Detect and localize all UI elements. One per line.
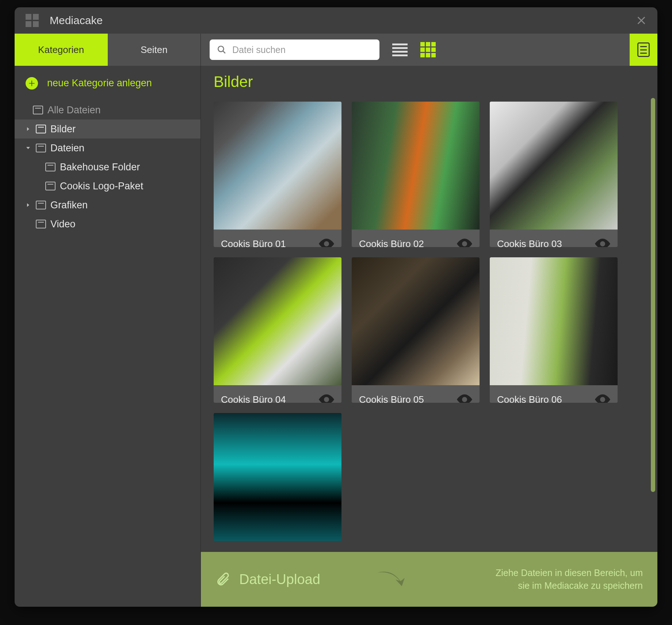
app-grid-icon[interactable] bbox=[26, 14, 39, 27]
eye-icon[interactable] bbox=[457, 239, 472, 247]
category-tree: Alle Dateien Bilder Dateien Bakehouse Fo… bbox=[15, 101, 201, 234]
chevron-right-icon[interactable] bbox=[25, 202, 31, 208]
curved-arrow-icon bbox=[375, 571, 408, 588]
media-card[interactable]: Cookis Büro 04 bbox=[214, 257, 341, 403]
tree-all-files[interactable]: Alle Dateien bbox=[15, 101, 201, 120]
caption: Cookis Büro 03 bbox=[490, 230, 618, 247]
gallery[interactable]: Cookis Büro 01 Cookis Büro 02 bbox=[201, 94, 657, 607]
sidebar-tabs: Kategorien Seiten bbox=[15, 34, 201, 66]
media-card[interactable]: Cookis Büro 02 bbox=[352, 102, 480, 247]
new-category-label: neue Kategorie anlegen bbox=[47, 77, 152, 89]
thumbnail bbox=[352, 102, 480, 230]
toolbar bbox=[201, 34, 657, 66]
new-category-button[interactable]: neue Kategorie anlegen bbox=[15, 66, 201, 101]
eye-icon[interactable] bbox=[319, 394, 334, 403]
card-title: Cookis Büro 05 bbox=[359, 394, 424, 403]
app-window: Mediacake Kategorien Seiten neue Kategor… bbox=[15, 7, 657, 607]
thumbnail bbox=[214, 102, 341, 230]
tree-item-dateien[interactable]: Dateien bbox=[15, 139, 201, 158]
tree-item-video[interactable]: Video bbox=[15, 215, 201, 234]
document-icon bbox=[637, 42, 650, 57]
eye-icon[interactable] bbox=[595, 394, 610, 403]
folder-icon bbox=[45, 182, 56, 190]
tree-label: Alle Dateien bbox=[47, 105, 101, 116]
titlebar: Mediacake bbox=[15, 7, 657, 34]
folder-icon bbox=[36, 201, 46, 209]
chevron-right-icon[interactable] bbox=[25, 126, 31, 132]
card-title: Cookis Büro 03 bbox=[497, 238, 562, 247]
media-card[interactable]: Cookis Büro 06 bbox=[490, 257, 618, 403]
chevron-down-icon[interactable] bbox=[25, 145, 31, 151]
tab-categories[interactable]: Kategorien bbox=[15, 34, 108, 66]
thumbnail bbox=[490, 257, 618, 385]
folder-icon bbox=[33, 106, 43, 114]
paperclip-icon bbox=[215, 572, 230, 587]
close-icon[interactable] bbox=[636, 15, 646, 26]
folder-icon bbox=[36, 125, 46, 133]
grid-icon bbox=[420, 42, 436, 57]
sidebar: Kategorien Seiten neue Kategorie anlegen… bbox=[15, 34, 201, 607]
tree-label: Video bbox=[50, 219, 76, 230]
eye-icon[interactable] bbox=[457, 394, 472, 403]
caption: Cookis Büro 06 bbox=[490, 385, 618, 403]
caption: Cookis Büro 02 bbox=[352, 230, 480, 247]
page-title: Bilder bbox=[214, 73, 645, 91]
search-icon bbox=[217, 45, 226, 54]
list-view-button[interactable] bbox=[392, 43, 408, 56]
detail-panel-button[interactable] bbox=[630, 34, 657, 66]
search-input[interactable] bbox=[232, 44, 372, 56]
tab-pages[interactable]: Seiten bbox=[108, 34, 201, 66]
caption: Cookis Büro 04 bbox=[214, 385, 341, 403]
grid-view-button[interactable] bbox=[420, 42, 436, 57]
search-box[interactable] bbox=[210, 39, 379, 60]
svg-point-2 bbox=[218, 46, 224, 52]
content-header: Bilder bbox=[201, 66, 657, 94]
tree-item-bakehouse[interactable]: Bakehouse Folder bbox=[15, 158, 201, 177]
app-title: Mediacake bbox=[50, 14, 103, 27]
main-area: Bilder Cookis Büro 01 Cookis Büro 0 bbox=[201, 34, 657, 607]
tree-label: Bakehouse Folder bbox=[60, 162, 140, 173]
tree-item-grafiken[interactable]: Grafiken bbox=[15, 196, 201, 215]
media-card[interactable]: Cookis Büro 01 bbox=[214, 102, 341, 247]
list-icon bbox=[392, 43, 408, 56]
thumbnail bbox=[490, 102, 618, 230]
upload-description: Ziehe Dateien in diesen Bereich, um sie … bbox=[496, 567, 643, 592]
upload-label: Datei-Upload bbox=[239, 572, 320, 587]
scrollbar[interactable] bbox=[651, 98, 655, 603]
tree-label: Bilder bbox=[50, 124, 76, 135]
thumbnail bbox=[214, 257, 341, 385]
titlebar-left: Mediacake bbox=[26, 14, 103, 27]
media-card[interactable]: Cookis Büro 05 bbox=[352, 257, 480, 403]
tree-item-logopaket[interactable]: Cookis Logo-Paket bbox=[15, 177, 201, 196]
folder-icon bbox=[36, 144, 46, 152]
eye-icon[interactable] bbox=[319, 239, 334, 247]
folder-icon bbox=[45, 163, 56, 171]
folder-icon bbox=[36, 220, 46, 228]
card-title: Cookis Büro 04 bbox=[221, 394, 286, 403]
svg-line-3 bbox=[223, 51, 225, 53]
media-card[interactable] bbox=[214, 413, 341, 541]
plus-icon bbox=[26, 77, 38, 90]
card-title: Cookis Büro 02 bbox=[359, 238, 424, 247]
tree-label: Dateien bbox=[50, 143, 84, 154]
caption: Cookis Büro 05 bbox=[352, 385, 480, 403]
card-title: Cookis Büro 01 bbox=[221, 238, 286, 247]
tree-label: Cookis Logo-Paket bbox=[60, 181, 143, 192]
tree-item-bilder[interactable]: Bilder bbox=[15, 120, 201, 139]
thumbnail bbox=[214, 413, 341, 541]
card-title: Cookis Büro 06 bbox=[497, 394, 562, 403]
thumbnail bbox=[352, 257, 480, 385]
media-card[interactable]: Cookis Büro 03 bbox=[490, 102, 618, 247]
upload-dropzone[interactable]: Datei-Upload Ziehe Dateien in diesen Ber… bbox=[201, 552, 657, 607]
scrollbar-thumb[interactable] bbox=[651, 98, 655, 492]
caption: Cookis Büro 01 bbox=[214, 230, 341, 247]
eye-icon[interactable] bbox=[595, 239, 610, 247]
tree-label: Grafiken bbox=[50, 200, 88, 211]
